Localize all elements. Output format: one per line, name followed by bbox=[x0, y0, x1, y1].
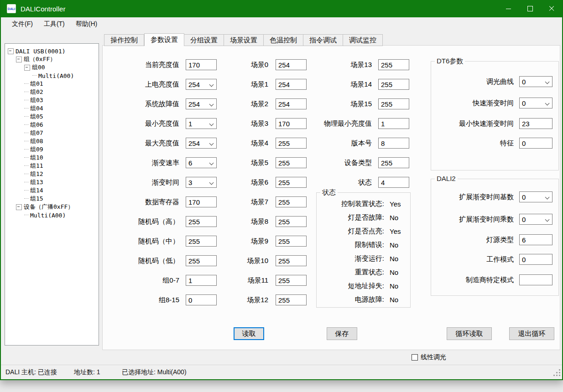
tree-item[interactable]: 组05 bbox=[5, 113, 99, 121]
param-input[interactable] bbox=[186, 294, 217, 305]
tab-item[interactable]: 参数设置 bbox=[144, 33, 184, 46]
tree-item[interactable]: 组13 bbox=[5, 178, 99, 186]
param-input[interactable] bbox=[276, 98, 307, 109]
param-input[interactable] bbox=[276, 138, 307, 149]
tree-item[interactable]: 组08 bbox=[5, 137, 99, 145]
param-input[interactable] bbox=[276, 79, 307, 90]
param-select[interactable]: 0 bbox=[519, 98, 553, 108]
linear-dimming-checkbox[interactable]: 线性调光 bbox=[412, 353, 446, 361]
param-select[interactable]: 3 bbox=[186, 177, 217, 188]
device-tree[interactable]: DALI USB(0001)组（0xFF）组00Multi(A00)组01组02… bbox=[5, 43, 99, 346]
tree-collapse-icon[interactable] bbox=[16, 204, 22, 210]
status-host: DALI 主机: 已连接 bbox=[5, 368, 57, 377]
loop-read-button[interactable]: 循环读取 bbox=[447, 327, 492, 340]
tree-item[interactable]: 组07 bbox=[5, 129, 99, 137]
tree-item[interactable]: Multi(A00) bbox=[5, 211, 99, 219]
param-input[interactable] bbox=[276, 59, 307, 70]
tab-item[interactable]: 色温控制 bbox=[264, 34, 303, 46]
param-input[interactable] bbox=[276, 216, 307, 227]
minimize-button[interactable] bbox=[498, 0, 519, 17]
param-row: 场景5 bbox=[221, 157, 307, 168]
param-select[interactable]: 254 bbox=[186, 98, 217, 109]
param-select[interactable]: 6 bbox=[186, 157, 217, 168]
status-bar: DALI 主机: 已连接 地址数: 1 已选择地址: Multi(A00) bbox=[1, 365, 562, 379]
exit-loop-button[interactable]: 退出循环 bbox=[509, 327, 554, 340]
param-input[interactable] bbox=[276, 177, 307, 188]
menu-item[interactable]: 文件(F) bbox=[6, 18, 38, 30]
param-row: 渐变速率6 bbox=[109, 157, 217, 168]
param-select[interactable]: 254 bbox=[186, 138, 217, 149]
param-input[interactable] bbox=[186, 236, 217, 247]
tree-item[interactable]: 组12 bbox=[5, 170, 99, 178]
param-input[interactable] bbox=[276, 275, 307, 286]
tree-collapse-icon[interactable] bbox=[24, 65, 30, 71]
status-row: 灯是否点亮:Yes bbox=[317, 226, 410, 237]
param-input[interactable] bbox=[519, 234, 553, 245]
tree-item[interactable]: 组11 bbox=[5, 162, 99, 170]
param-input[interactable] bbox=[378, 98, 409, 109]
param-input[interactable] bbox=[186, 196, 217, 207]
param-input[interactable] bbox=[519, 274, 553, 285]
maximize-button[interactable] bbox=[519, 0, 541, 17]
tree-item[interactable]: 组01 bbox=[5, 80, 99, 88]
param-row: 场景9 bbox=[221, 236, 307, 247]
tree-item[interactable]: 组04 bbox=[5, 104, 99, 113]
param-input[interactable] bbox=[186, 275, 217, 286]
param-input[interactable] bbox=[378, 79, 409, 90]
param-select[interactable]: 0 bbox=[519, 214, 553, 225]
param-input[interactable] bbox=[186, 255, 217, 266]
resize-grip-icon[interactable] bbox=[553, 369, 561, 378]
tree-item[interactable]: DALI USB(0001) bbox=[5, 47, 99, 55]
tree-item[interactable]: 组15 bbox=[5, 195, 99, 203]
param-input[interactable] bbox=[378, 118, 409, 129]
param-input[interactable] bbox=[276, 157, 307, 168]
save-button[interactable]: 保存 bbox=[327, 327, 357, 340]
param-row: 随机码（中） bbox=[109, 236, 217, 247]
menu-item[interactable]: 工具(T) bbox=[38, 18, 70, 30]
tree-item[interactable]: 组00 bbox=[5, 63, 99, 72]
tree-item[interactable]: 组09 bbox=[5, 145, 99, 154]
param-input[interactable] bbox=[519, 138, 553, 149]
status-row-label: 控制装置状态: bbox=[317, 200, 384, 208]
param-row: 上电亮度值254 bbox=[109, 79, 217, 90]
param-input[interactable] bbox=[276, 294, 307, 305]
tab-item[interactable]: 场景设置 bbox=[224, 34, 264, 46]
param-select[interactable]: 254 bbox=[186, 79, 217, 90]
tab-item[interactable]: 操作控制 bbox=[104, 34, 144, 46]
tree-collapse-icon[interactable] bbox=[8, 48, 14, 54]
maximize-icon bbox=[527, 6, 533, 11]
close-button[interactable] bbox=[541, 0, 562, 17]
param-input[interactable] bbox=[378, 177, 409, 188]
tree-item[interactable]: 组02 bbox=[5, 88, 99, 96]
param-input[interactable] bbox=[276, 118, 307, 129]
tree-item[interactable]: 组（0xFF） bbox=[5, 55, 99, 63]
tree-item[interactable]: Multi(A00) bbox=[5, 72, 99, 80]
tree-connector bbox=[24, 116, 29, 117]
tree-collapse-icon[interactable] bbox=[16, 57, 22, 62]
tab-item[interactable]: 分组设置 bbox=[184, 34, 224, 46]
param-input[interactable] bbox=[276, 236, 307, 247]
tab-item[interactable]: 指令调试 bbox=[303, 34, 343, 46]
param-input[interactable] bbox=[519, 254, 553, 265]
param-row: 当前亮度值 bbox=[109, 59, 217, 70]
param-select[interactable]: 0 bbox=[519, 76, 553, 87]
param-input[interactable] bbox=[186, 216, 217, 227]
tree-item[interactable]: 组10 bbox=[5, 154, 99, 162]
param-input[interactable] bbox=[276, 196, 307, 207]
param-input[interactable] bbox=[378, 138, 409, 149]
param-input[interactable] bbox=[276, 255, 307, 266]
tree-item[interactable]: 组14 bbox=[5, 186, 99, 195]
param-input[interactable] bbox=[378, 59, 409, 70]
param-input[interactable] bbox=[378, 157, 409, 168]
menu-item[interactable]: 帮助(H) bbox=[70, 18, 103, 30]
tab-item[interactable]: 调试监控 bbox=[343, 34, 383, 46]
tree-item[interactable]: 组06 bbox=[5, 121, 99, 129]
param-label: 扩展渐变时间基数 bbox=[431, 193, 514, 201]
param-input[interactable] bbox=[186, 59, 217, 70]
tree-item[interactable]: 设备（广播0xFF） bbox=[5, 203, 99, 211]
param-input[interactable] bbox=[519, 118, 553, 129]
read-button[interactable]: 读取 bbox=[234, 327, 264, 340]
param-select[interactable]: 1 bbox=[186, 118, 217, 129]
tree-item[interactable]: 组03 bbox=[5, 96, 99, 104]
param-select[interactable]: 0 bbox=[519, 191, 553, 202]
